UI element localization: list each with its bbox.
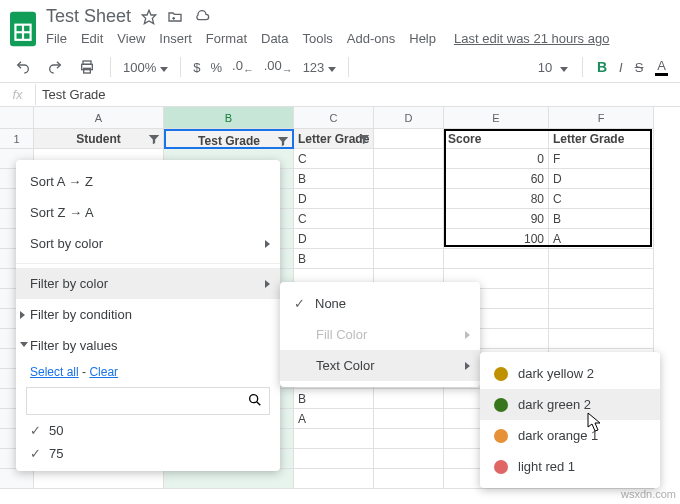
menu-filter-by-color[interactable]: Filter by color	[16, 268, 280, 299]
menu-sort-by-color[interactable]: Sort by color	[16, 228, 280, 259]
cell-D18[interactable]	[374, 469, 444, 489]
cell-D5[interactable]	[374, 209, 444, 229]
color-option-dark-yellow-2[interactable]: dark yellow 2	[480, 358, 660, 389]
cell-F7[interactable]	[549, 249, 654, 269]
cell-C7[interactable]: B	[294, 249, 374, 269]
star-icon[interactable]	[141, 9, 157, 25]
cell-A1[interactable]: Student	[34, 129, 164, 149]
filter-icon[interactable]	[276, 134, 290, 149]
row-header-18[interactable]	[0, 469, 34, 489]
cell-E5[interactable]: 90	[444, 209, 549, 229]
bold-button[interactable]: B	[597, 59, 607, 75]
cell-C14[interactable]: B	[294, 389, 374, 409]
cell-D1[interactable]	[374, 129, 444, 149]
increase-decimal-button[interactable]: .00→	[264, 58, 293, 76]
cell-F11[interactable]	[549, 329, 654, 349]
text-color-button[interactable]: A	[655, 58, 668, 76]
zoom-dropdown[interactable]: 100%	[123, 60, 168, 75]
menu-insert[interactable]: Insert	[159, 31, 192, 46]
cell-F2[interactable]: F	[549, 149, 654, 169]
currency-button[interactable]: $	[193, 60, 200, 75]
cell-C6[interactable]: D	[294, 229, 374, 249]
cell-F6[interactable]: A	[549, 229, 654, 249]
cell-D14[interactable]	[374, 389, 444, 409]
cell-F3[interactable]: D	[549, 169, 654, 189]
cell-F8[interactable]	[549, 269, 654, 289]
italic-button[interactable]: I	[619, 60, 623, 75]
menu-edit[interactable]: Edit	[81, 31, 103, 46]
col-header-C[interactable]: C	[294, 107, 374, 129]
menu-data[interactable]: Data	[261, 31, 288, 46]
number-format-dropdown[interactable]: 123	[303, 60, 337, 75]
cell-B1[interactable]: Test Grade	[164, 129, 294, 149]
menu-format[interactable]: Format	[206, 31, 247, 46]
value-item-50[interactable]: ✓50	[16, 419, 280, 442]
cell-D4[interactable]	[374, 189, 444, 209]
cell-E6[interactable]: 100	[444, 229, 549, 249]
percent-button[interactable]: %	[210, 60, 222, 75]
cell-C17[interactable]	[294, 449, 374, 469]
formula-content[interactable]: Test Grade	[36, 87, 106, 102]
cell-C4[interactable]: D	[294, 189, 374, 209]
menu-help[interactable]: Help	[409, 31, 436, 46]
cell-D15[interactable]	[374, 409, 444, 429]
submenu-text-color[interactable]: Text Color	[280, 350, 480, 381]
cloud-icon[interactable]	[193, 9, 211, 25]
color-option-dark-green-2[interactable]: dark green 2	[480, 389, 660, 420]
cell-D16[interactable]	[374, 429, 444, 449]
cell-C16[interactable]	[294, 429, 374, 449]
cell-C2[interactable]: C	[294, 149, 374, 169]
cell-A18[interactable]	[34, 469, 164, 489]
filter-icon[interactable]	[357, 132, 371, 149]
cell-D3[interactable]	[374, 169, 444, 189]
col-header-F[interactable]: F	[549, 107, 654, 129]
menu-view[interactable]: View	[117, 31, 145, 46]
color-option-dark-orange-1[interactable]: dark orange 1	[480, 420, 660, 451]
col-header-B[interactable]: B	[164, 107, 294, 129]
cell-E3[interactable]: 60	[444, 169, 549, 189]
cell-E7[interactable]	[444, 249, 549, 269]
menu-file[interactable]: File	[46, 31, 67, 46]
cell-C1[interactable]: Letter Grade	[294, 129, 374, 149]
doc-title[interactable]: Test Sheet	[46, 6, 131, 27]
menu-filter-by-values[interactable]: Filter by values	[16, 330, 280, 361]
col-header-D[interactable]: D	[374, 107, 444, 129]
cell-F10[interactable]	[549, 309, 654, 329]
last-edit-link[interactable]: Last edit was 21 hours ago	[454, 31, 609, 46]
cell-E4[interactable]: 80	[444, 189, 549, 209]
menu-addons[interactable]: Add-ons	[347, 31, 395, 46]
strike-button[interactable]: S	[635, 60, 644, 75]
clear-link[interactable]: Clear	[89, 365, 118, 379]
cell-C18[interactable]	[294, 469, 374, 489]
cell-E1[interactable]: Score	[444, 129, 549, 149]
col-header-E[interactable]: E	[444, 107, 549, 129]
menu-sort-za[interactable]: Sort Z → A	[16, 197, 280, 228]
cell-F9[interactable]	[549, 289, 654, 309]
print-button[interactable]	[76, 56, 98, 78]
cell-F5[interactable]: B	[549, 209, 654, 229]
menu-tools[interactable]: Tools	[302, 31, 332, 46]
cell-F1[interactable]: Letter Grade	[549, 129, 654, 149]
cell-D2[interactable]	[374, 149, 444, 169]
submenu-fill-color[interactable]: Fill Color	[280, 319, 480, 350]
cell-F4[interactable]: C	[549, 189, 654, 209]
cell-B18[interactable]	[164, 469, 294, 489]
decrease-decimal-button[interactable]: .0←	[232, 58, 254, 76]
select-all-link[interactable]: Select all	[30, 365, 79, 379]
submenu-none[interactable]: ✓None	[280, 288, 480, 319]
col-header-A[interactable]: A	[34, 107, 164, 129]
filter-search-box[interactable]	[26, 387, 270, 415]
filter-search-input[interactable]	[33, 394, 247, 409]
cell-C3[interactable]: B	[294, 169, 374, 189]
menu-sort-az[interactable]: Sort A → Z	[16, 166, 280, 197]
row-header-1[interactable]: 1	[0, 129, 34, 149]
color-option-light-red-1[interactable]: light red 1	[480, 451, 660, 482]
font-size-dropdown[interactable]: 10	[538, 60, 568, 75]
move-icon[interactable]	[167, 9, 183, 25]
cell-D17[interactable]	[374, 449, 444, 469]
undo-button[interactable]	[12, 56, 34, 78]
filter-icon[interactable]	[147, 132, 161, 149]
redo-button[interactable]	[44, 56, 66, 78]
cell-C15[interactable]: A	[294, 409, 374, 429]
value-item-75[interactable]: ✓75	[16, 442, 280, 465]
